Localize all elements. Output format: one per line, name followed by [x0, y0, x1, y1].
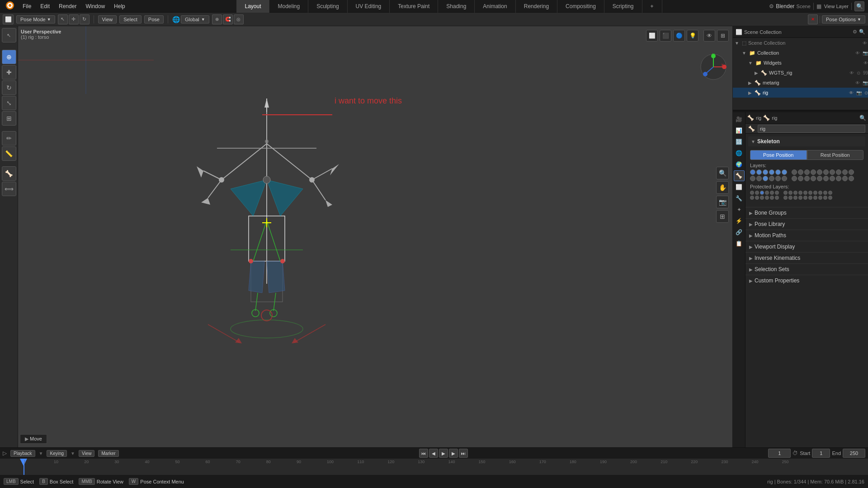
prop-search-icon[interactable]: 🔍 — [859, 115, 866, 121]
prot-dot-15[interactable] — [823, 191, 827, 195]
material-btn[interactable]: 🔵 — [673, 30, 685, 42]
layer-dot-16[interactable] — [849, 169, 854, 175]
playback-btn[interactable]: Playback — [10, 450, 35, 457]
layer-dot-r2-8[interactable] — [798, 176, 803, 181]
layer-dot-r2-9[interactable] — [804, 176, 810, 181]
marker-btn[interactable]: Marker — [98, 450, 118, 457]
output-props-icon[interactable]: 📊 — [734, 125, 745, 136]
end-frame-input[interactable] — [843, 449, 865, 458]
start-frame-input[interactable] — [812, 449, 830, 458]
tab-layout[interactable]: Layout — [236, 0, 269, 13]
outliner-item-wgts-rig[interactable]: ▶ 🦴 WGTS_rig 👁 ⊙ 99 — [733, 68, 868, 78]
pose-library-section[interactable]: ▶ Pose Library — [745, 218, 868, 230]
bone-groups-section[interactable]: ▶ Bone Groups — [745, 207, 868, 218]
outliner-filter-icon[interactable]: ⚙ — [853, 29, 857, 35]
tab-rendering[interactable]: Rendering — [516, 0, 557, 13]
search-btn[interactable]: 🔍 — [854, 1, 864, 11]
prot-r2-6[interactable] — [775, 196, 779, 200]
tool-rotate[interactable]: ↻ — [2, 80, 16, 95]
rotate-view-status[interactable]: MMB Rotate View — [79, 478, 123, 485]
menu-window[interactable]: Window — [81, 1, 109, 11]
prot-dot-3[interactable] — [760, 191, 764, 195]
tab-add[interactable]: + — [642, 0, 662, 13]
global-dropdown[interactable]: Global ▼ — [181, 15, 209, 23]
layer-dot-12[interactable] — [823, 169, 829, 175]
layer-dot-r2-14[interactable] — [836, 176, 841, 181]
layer-dot-r2-5[interactable] — [775, 176, 781, 181]
outliner-item-metarig[interactable]: ▶ 🦴 metarig 👁 📷 — [733, 78, 868, 88]
tab-animation[interactable]: Animation — [475, 0, 515, 13]
layer-dot-6[interactable] — [782, 169, 787, 175]
box-select-status[interactable]: B Box Select — [39, 478, 73, 485]
outliner-search-icon[interactable]: 🔍 — [859, 29, 865, 35]
meta-vis[interactable]: 👁 — [855, 80, 860, 85]
view-layer-props-icon[interactable]: 🔢 — [734, 136, 745, 147]
viewport[interactable]: User Perspective (1) rig : torso — [18, 26, 732, 447]
snap-icon[interactable]: 🧲 — [223, 14, 233, 24]
layer-dot-r2-11[interactable] — [817, 176, 822, 181]
prot-dot-8[interactable] — [788, 191, 793, 195]
modifier-props-icon[interactable]: 🔧 — [734, 193, 745, 204]
play-btn[interactable]: ▶ — [439, 449, 448, 458]
outliner-item-scene-collection[interactable]: ▼ ⬚ Scene Collection 👁 — [733, 38, 868, 48]
layer-dot-r2-6[interactable] — [782, 176, 787, 181]
tool-select[interactable]: ↖ — [2, 28, 16, 42]
pose-options-btn[interactable]: Pose Options ▼ — [822, 15, 865, 23]
tool-move[interactable]: ✚ — [2, 65, 16, 80]
prot-r2-9[interactable] — [793, 196, 797, 200]
rig-vis[interactable]: 👁 — [849, 90, 854, 95]
layer-dot-1[interactable] — [750, 169, 755, 175]
visibility-icon[interactable]: 👁 — [863, 41, 867, 46]
select-icon[interactable]: ↖ — [58, 14, 68, 24]
layer-dot-r2-1[interactable] — [750, 176, 755, 181]
skeleton-header[interactable]: ▼ Skeleton — [748, 136, 865, 146]
pose-context-menu-status[interactable]: W Pose Context Menu — [129, 478, 184, 485]
xyz-gizmo[interactable]: X Y Z — [700, 53, 727, 80]
wireframe-btn[interactable]: ⬜ — [646, 30, 658, 42]
wgt-vis-icon[interactable]: 👁 — [863, 61, 868, 66]
tab-modeling[interactable]: Modeling — [269, 0, 308, 13]
prot-r2-15[interactable] — [823, 196, 827, 200]
scene-props-icon[interactable]: 🌐 — [734, 148, 745, 159]
layer-dot-r2-12[interactable] — [823, 176, 829, 181]
menu-help[interactable]: Help — [109, 1, 130, 11]
rest-position-btn[interactable]: Rest Position — [807, 150, 864, 160]
data-props-icon[interactable]: 📋 — [734, 238, 745, 249]
pivot-icon[interactable]: ⊕ — [212, 14, 222, 24]
overlay-btn[interactable]: 👁 — [703, 30, 715, 42]
layer-dot-r2-3[interactable] — [763, 176, 768, 181]
custom-properties-section[interactable]: ▶ Custom Properties — [745, 275, 868, 286]
tab-compositing[interactable]: Compositing — [557, 0, 604, 13]
proportional-icon[interactable]: ◎ — [234, 14, 244, 24]
keyframe-next-btn[interactable]: ⏭ — [459, 449, 468, 458]
meta-render[interactable]: 📷 — [863, 80, 868, 85]
motion-paths-section[interactable]: ▶ Motion Paths — [745, 230, 868, 241]
rig-extra[interactable]: ⊙ — [864, 90, 868, 95]
layer-dot-11[interactable] — [817, 169, 822, 175]
tool-cursor[interactable]: ⊕ — [2, 50, 16, 64]
prot-r2-5[interactable] — [770, 196, 774, 200]
rig-name-input[interactable] — [758, 125, 865, 133]
layer-dot-3[interactable] — [763, 169, 768, 175]
menu-edit[interactable]: Edit — [36, 1, 54, 11]
layer-dot-2[interactable] — [756, 169, 762, 175]
prot-r2-1[interactable] — [750, 196, 754, 200]
layer-dot-5[interactable] — [775, 169, 781, 175]
transform-icon[interactable]: ✛ — [69, 14, 79, 24]
layer-dot-13[interactable] — [830, 169, 835, 175]
col-render-icon[interactable]: 📷 — [863, 51, 868, 56]
prot-dot-13[interactable] — [813, 191, 817, 195]
wgts-other[interactable]: ⊙ — [857, 70, 860, 75]
tab-shading[interactable]: Shading — [438, 0, 475, 13]
frame-prev-btn[interactable]: ◀ — [429, 449, 438, 458]
render-props-icon[interactable]: 🎥 — [734, 114, 745, 125]
view-menu[interactable]: View — [98, 15, 117, 23]
layer-dot-10[interactable] — [811, 169, 816, 175]
layer-dot-r2-7[interactable] — [792, 176, 797, 181]
prot-dot-2[interactable] — [755, 191, 759, 195]
tab-texture-paint[interactable]: Texture Paint — [390, 0, 438, 13]
prot-dot-10[interactable] — [798, 191, 802, 195]
rig-render[interactable]: 📷 — [856, 90, 862, 95]
prot-r2-4[interactable] — [765, 196, 769, 200]
selection-sets-section[interactable]: ▶ Selection Sets — [745, 263, 868, 275]
